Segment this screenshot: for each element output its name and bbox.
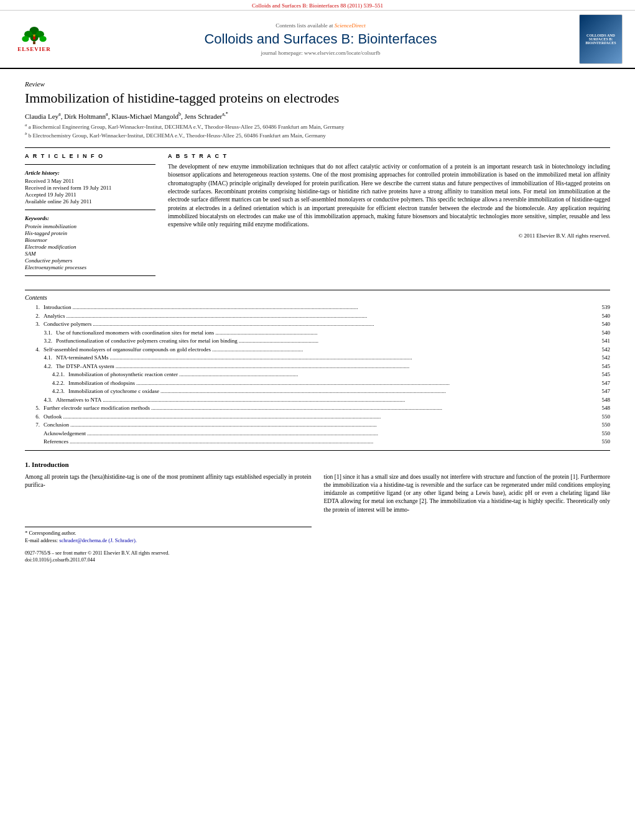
accepted-date: Accepted 19 July 2011 — [25, 192, 155, 198]
journal-title-area: Contents lists available at ScienceDirec… — [68, 14, 573, 64]
journal-cover-image: COLLOIDS AND SURFACES B: BIOINTERFACES — [579, 14, 623, 64]
toc-item-4-2-1: 4.2.1. Immobilization of photosynthetic … — [25, 371, 610, 379]
article-history-label: Article history: — [25, 170, 155, 176]
svg-rect-6 — [33, 41, 35, 44]
toc-item-4: 4. Self-assembled monolayers of organosu… — [25, 346, 610, 354]
contents-title: Contents — [25, 294, 610, 301]
abstract-text: The development of new enzyme immobiliza… — [168, 163, 610, 229]
toc-item-3-2: 3.2. Postfunctionalization of conductive… — [25, 337, 610, 346]
svg-point-5 — [39, 36, 46, 42]
toc-item-3: 3. Conductive polymers .................… — [25, 320, 610, 329]
keyword-6: Conductive polymers — [25, 257, 155, 264]
keyword-4: Electrode modification — [25, 244, 155, 250]
received-revised-date: Received in revised form 19 July 2011 — [25, 185, 155, 191]
keyword-1: Protein immobilization — [25, 223, 155, 229]
elsevier-logo: ELSEVIER — [9, 25, 59, 53]
toc-item-4-1: 4.1. NTA-terminated SAMs ...............… — [25, 354, 610, 362]
toc-item-4-2-3: 4.2.3. Immobilization of cytochrome c ox… — [25, 387, 610, 396]
journal-header: ELSEVIER Contents lists available at Sci… — [0, 11, 635, 69]
introduction-section: 1. Introduction Among all protein tags t… — [25, 461, 610, 564]
toc-item-4-2: 4.2. The DTSP–ANTA system ..............… — [25, 362, 610, 371]
keyword-5: SAM — [25, 251, 155, 257]
divider — [25, 275, 155, 276]
journal-title: Colloids and Surfaces B: Biointerfaces — [204, 31, 437, 47]
divider — [25, 164, 155, 165]
affiliation-a: a a Biochemical Engineering Group, Karl-… — [25, 122, 610, 130]
abstract-column: A B S T R A C T The development of new e… — [168, 153, 610, 281]
available-date: Available online 26 July 2011 — [25, 198, 155, 205]
corresponding-author-note: * Corresponding author. — [25, 530, 312, 537]
sciencedirect-link[interactable]: ScienceDirect — [335, 22, 366, 29]
article-title: Immobilization of histidine-tagged prote… — [25, 90, 610, 106]
article-type: Review — [25, 80, 610, 88]
toc-item-7: 7. Conclusion ..........................… — [25, 421, 610, 430]
toc-item-4-3: 4.3. Alternatives to NTA ...............… — [25, 396, 610, 405]
toc-item-1: 1. Introduction ........................… — [25, 303, 610, 312]
elsevier-tree-icon — [19, 26, 50, 45]
elsevier-brand-text: ELSEVIER — [17, 46, 51, 52]
toc-item-3-1: 3.1. Use of functionalized monomers with… — [25, 329, 610, 338]
article-info-header: A R T I C L E I N F O — [25, 153, 155, 159]
page: Colloids and Surfaces B: Biointerfaces 8… — [0, 0, 635, 840]
intro-right-text: tion [1] since it has a small size and d… — [324, 473, 611, 564]
divider — [25, 210, 155, 210]
authors-line: Claudia Leya, Dirk Holtmanna, Klaus-Mich… — [25, 111, 610, 120]
journal-citation: Colloids and Surfaces B: Biointerfaces 8… — [252, 2, 383, 9]
contents-section: Contents 1. Introduction ...............… — [25, 290, 610, 451]
abstract-header: A B S T R A C T — [168, 153, 610, 159]
issn-line: 0927-7765/$ – see front matter © 2011 El… — [25, 550, 312, 563]
journal-cover-area: COLLOIDS AND SURFACES B: BIOINTERFACES — [579, 14, 629, 64]
intro-text-columns: Among all protein tags the (hexa)histidi… — [25, 473, 610, 564]
footnote-area: * Corresponding author. E-mail address: … — [25, 527, 312, 545]
svg-point-7 — [33, 34, 35, 37]
email-note: E-mail address: schrader@dechema.de (J. … — [25, 537, 312, 545]
publisher-logo-area: ELSEVIER — [6, 14, 62, 64]
intro-section-title: 1. Introduction — [25, 461, 610, 468]
affiliation-b: b b Electrochemistry Group, Karl-Winnack… — [25, 131, 610, 139]
toc-item-references: References .............................… — [25, 438, 610, 446]
keyword-7: Electroenzymatic processes — [25, 264, 155, 270]
copyright-line: © 2011 Elsevier B.V. All rights reserved… — [168, 233, 610, 239]
article-info-abstract-section: A R T I C L E I N F O Article history: R… — [25, 147, 610, 281]
journal-homepage: journal homepage: www.elsevier.com/locat… — [261, 50, 381, 56]
toc-table: 1. Introduction ........................… — [25, 303, 610, 446]
keywords-label: Keywords: — [25, 215, 155, 221]
journal-citation-bar: Colloids and Surfaces B: Biointerfaces 8… — [0, 0, 635, 11]
article-info-column: A R T I C L E I N F O Article history: R… — [25, 153, 155, 281]
svg-rect-8 — [33, 37, 35, 40]
svg-point-3 — [22, 36, 29, 42]
toc-item-2: 2. Analytics ...........................… — [25, 312, 610, 321]
received-date: Received 3 May 2011 — [25, 178, 155, 184]
toc-item-6: 6. Outlook .............................… — [25, 413, 610, 422]
main-content: Review Immobilization of histidine-tagge… — [0, 69, 635, 570]
keyword-2: His-tagged protein — [25, 230, 155, 236]
toc-item-acknowledgement: Acknowledgement ........................… — [25, 430, 610, 438]
contents-available-text: Contents lists available at ScienceDirec… — [276, 22, 366, 29]
toc-item-5: 5. Further electrode surface modificatio… — [25, 404, 610, 413]
toc-item-4-2-2: 4.2.2. Immobilization of rhodopsins ....… — [25, 379, 610, 388]
intro-left-text: Among all protein tags the (hexa)histidi… — [25, 473, 312, 564]
keyword-3: Biosensor — [25, 237, 155, 243]
